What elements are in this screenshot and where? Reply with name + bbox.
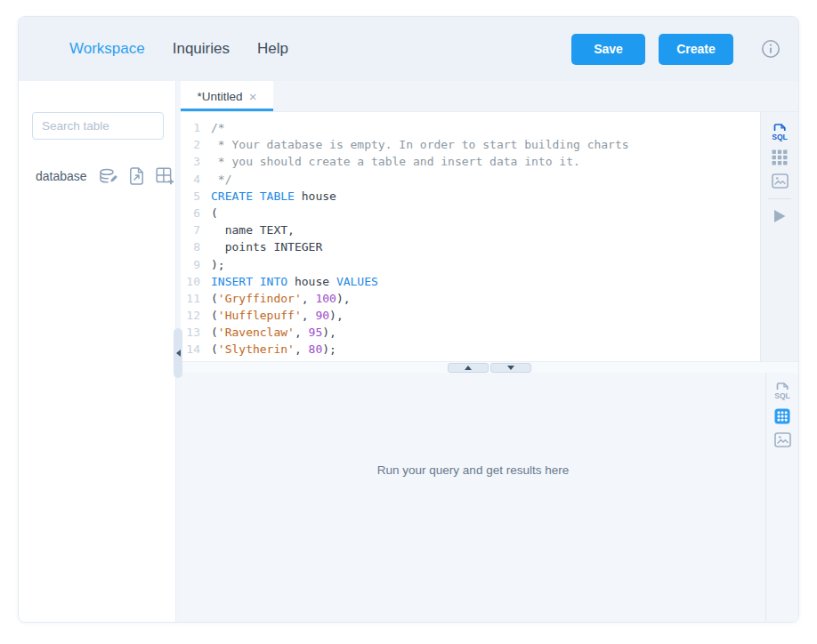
line-number: 12 [181, 307, 200, 324]
line-number: 8 [181, 238, 200, 255]
chart-icon [774, 432, 791, 447]
code-line[interactable]: 3 * you should create a table and insert… [181, 153, 760, 170]
tab-title: *Untitled [198, 90, 243, 103]
results-message-area: Run your query and get results here [181, 373, 765, 622]
collapse-sidebar-handle[interactable] [174, 328, 182, 378]
line-number: 5 [181, 188, 200, 205]
code-line[interactable]: 12('Hufflepuff', 90), [181, 307, 760, 324]
results-empty-message: Run your query and get results here [181, 463, 765, 477]
toolbar-divider [768, 198, 791, 199]
results-chart-view-button[interactable] [774, 432, 791, 447]
arrow-up-icon [465, 366, 472, 370]
results-sql-view-button[interactable]: SQL [772, 382, 793, 400]
nav-item-help[interactable]: Help [257, 40, 288, 58]
save-button[interactable]: Save [571, 34, 645, 65]
top-navbar: Workspace Inquiries Help Save Create [19, 17, 798, 81]
code-line[interactable]: 5CREATE TABLE house [181, 188, 760, 205]
line-number: 6 [181, 205, 200, 221]
nav-item-workspace[interactable]: Workspace [69, 40, 145, 58]
info-icon[interactable] [761, 39, 781, 59]
tab-untitled[interactable]: *Untitled × [181, 81, 273, 111]
svg-text:SQL: SQL [772, 133, 788, 141]
line-number: 13 [181, 324, 200, 341]
sql-editor-pane: 1/*2 * Your database is empty. In order … [181, 112, 798, 361]
table-icon [772, 149, 788, 165]
database-label: database [36, 169, 87, 183]
results-table-view-button[interactable] [774, 408, 790, 424]
table-view-button[interactable] [772, 149, 788, 165]
pane-splitter[interactable] [181, 361, 798, 373]
results-pane: Run your query and get results here SQL [181, 373, 798, 622]
code-line[interactable]: 10INSERT INTO house VALUES [181, 273, 760, 290]
code-line[interactable]: 7 name TEXT, [181, 221, 760, 238]
arrow-down-icon [507, 366, 514, 370]
chart-icon [772, 173, 789, 189]
code-line[interactable]: 9); [181, 256, 760, 273]
import-file-icon[interactable] [129, 167, 144, 185]
database-row: database [32, 167, 164, 185]
line-number: 4 [181, 171, 200, 188]
sql-view-button[interactable]: SQL [769, 123, 790, 141]
edit-database-icon[interactable] [99, 168, 117, 184]
results-toolbar: SQL [765, 373, 798, 622]
code-line[interactable]: 4 */ [181, 171, 760, 188]
play-icon [773, 208, 787, 224]
expand-down-button[interactable] [490, 363, 531, 373]
search-table-input[interactable] [32, 112, 164, 140]
header-actions: Save Create [571, 34, 781, 65]
code-line[interactable]: 11('Gryffindor', 100), [181, 290, 760, 307]
line-number: 14 [181, 341, 200, 358]
editor-toolbar: SQL [760, 112, 798, 361]
line-number: 3 [181, 153, 200, 170]
sql-icon: SQL [772, 382, 793, 400]
line-number: 9 [181, 256, 200, 273]
svg-text:SQL: SQL [774, 391, 790, 400]
app-panel: Workspace Inquiries Help Save Create dat… [18, 16, 799, 623]
line-number: 7 [181, 221, 200, 238]
add-table-icon[interactable] [156, 167, 174, 185]
tab-bar: *Untitled × [181, 81, 798, 112]
code-line[interactable]: 1/* [181, 119, 760, 136]
line-number: 10 [181, 273, 200, 290]
code-line[interactable]: 6( [181, 205, 760, 221]
line-number: 2 [181, 136, 200, 153]
code-editor[interactable]: 1/*2 * Your database is empty. In order … [181, 112, 760, 361]
sql-icon: SQL [769, 123, 790, 141]
chevron-left-icon [176, 350, 181, 357]
line-number: 1 [181, 119, 200, 136]
main-area: *Untitled × 1/*2 * Your database is empt… [181, 81, 798, 622]
chart-view-button[interactable] [772, 173, 789, 189]
expand-up-button[interactable] [448, 363, 489, 373]
run-query-button[interactable] [773, 208, 787, 224]
code-line[interactable]: 2 * Your database is empty. In order to … [181, 136, 760, 153]
body-row: database [19, 81, 798, 622]
code-line[interactable]: 14('Slytherin', 80); [181, 341, 760, 358]
code-lines: 1/*2 * Your database is empty. In order … [181, 119, 760, 358]
create-button[interactable]: Create [659, 34, 733, 65]
code-line[interactable]: 13('Ravenclaw', 95), [181, 324, 760, 341]
nav-item-inquiries[interactable]: Inquiries [173, 40, 230, 58]
table-icon-active [774, 408, 790, 424]
main-nav: Workspace Inquiries Help [69, 40, 288, 58]
tab-close-icon[interactable]: × [249, 90, 257, 103]
line-number: 11 [181, 290, 200, 307]
sidebar: database [19, 81, 176, 622]
code-line[interactable]: 8 points INTEGER [181, 238, 760, 255]
